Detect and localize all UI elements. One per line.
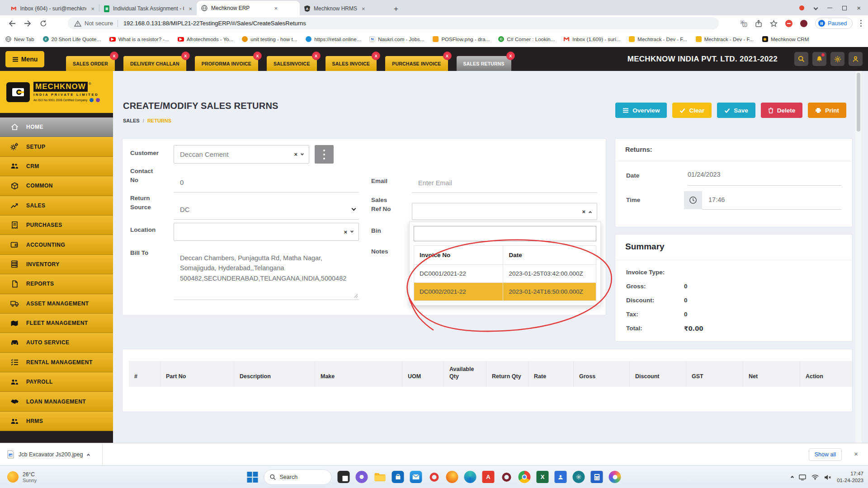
bookmark-item[interactable]: NNaukri.com - Jobs... <box>369 36 424 42</box>
sidebar-item-inventory[interactable]: INVENTORY <box>0 255 113 274</box>
clear-selection-icon[interactable]: × <box>344 229 347 235</box>
bookmark-item[interactable]: New Tab <box>5 36 34 42</box>
reload-icon[interactable] <box>40 20 47 27</box>
close-button[interactable]: × <box>857 4 861 12</box>
back-icon[interactable] <box>8 20 16 27</box>
sidebar-item-sales[interactable]: SALES <box>0 196 113 216</box>
save-button[interactable]: Save <box>717 103 755 118</box>
chrome-icon[interactable] <box>519 471 531 483</box>
erp-tab-sales-order[interactable]: SALES ORDERX <box>66 56 115 71</box>
paused-pill[interactable]: Paused <box>815 18 852 29</box>
email-input[interactable]: Enter Email <box>412 173 597 193</box>
taskbar-clock[interactable]: 17:47 01-24-2023 <box>837 470 863 484</box>
dropdown-search-input[interactable] <box>414 226 596 241</box>
profile-button[interactable] <box>849 52 863 66</box>
menu-button[interactable]: Menu <box>5 51 44 67</box>
tab-close-badge[interactable]: X <box>181 52 190 60</box>
sales-ref-select[interactable]: × <box>412 203 597 220</box>
volume-muted-icon[interactable] <box>824 474 831 480</box>
start-button[interactable] <box>247 472 258 483</box>
bookmark-star-icon[interactable] <box>770 20 778 27</box>
bookmark-item[interactable]: POSFlow.png - dra... <box>433 36 490 42</box>
browser-tab-hrms[interactable]: A Mechknow HRMS × <box>300 2 390 15</box>
tab-close-badge[interactable]: X <box>443 52 452 60</box>
tab-close-icon[interactable]: × <box>189 5 192 12</box>
invoice-option-row-selected[interactable]: DC0002/2021-22 2023-01-24T16:50:00.000Z <box>414 283 596 301</box>
translate-icon[interactable]: A文 <box>740 19 747 27</box>
invoice-date-cell[interactable]: 2023-01-25T03:42:00.000Z <box>503 265 596 283</box>
erp-tab-proforma-invoice[interactable]: PROFORMA INVOICEX <box>195 56 258 71</box>
window-chevron-icon[interactable] <box>814 6 818 10</box>
sidebar-item-auto-service[interactable]: AUTO SERVICE <box>0 333 113 352</box>
browser-tab-erp-active[interactable]: Mechknow ERP × <box>197 1 300 15</box>
sidebar-item-asset-management[interactable]: ASSET MANAGEMENT <box>0 294 113 314</box>
tab-close-badge[interactable]: X <box>372 52 380 60</box>
bookmark-item[interactable]: https://retail.online... <box>306 36 361 42</box>
tab-close-badge[interactable]: X <box>312 52 321 60</box>
sidebar-item-purchases[interactable]: PURCHASES <box>0 216 113 235</box>
network-icon[interactable] <box>799 474 806 480</box>
excel-icon[interactable]: X <box>537 471 549 483</box>
sidebar-item-setup[interactable]: SETUP <box>0 137 113 156</box>
bookmark-item[interactable]: CC# Corner : Lookin... <box>498 36 555 42</box>
adobe-app-icon[interactable]: A <box>482 471 495 483</box>
search-button[interactable] <box>794 52 808 66</box>
share-icon[interactable] <box>755 20 762 27</box>
sidebar-item-hrms[interactable]: HRMS <box>0 412 113 431</box>
clear-selection-icon[interactable]: × <box>294 151 297 158</box>
erp-tab-purchase-invoice[interactable]: PURCHASE INVOICEX <box>385 56 448 71</box>
maximize-button[interactable] <box>842 6 847 10</box>
paint-app-icon[interactable] <box>609 471 621 483</box>
tab-close-badge[interactable]: X <box>253 52 262 60</box>
scrollbar-track[interactable] <box>855 71 862 443</box>
print-button[interactable]: Print <box>808 103 846 118</box>
bookmark-item[interactable]: 220 Short Life Quote... <box>43 36 101 42</box>
show-all-button[interactable]: Show all <box>809 448 842 461</box>
customer-select[interactable]: Deccan Cement × <box>174 145 309 164</box>
invoice-option-row[interactable]: DC0001/2021-22 2023-01-25T03:42:00.000Z <box>414 265 596 283</box>
contact-no-input[interactable]: 0 <box>174 173 359 192</box>
bookmark-item[interactable]: Mechtrack - Dev - F... <box>629 36 687 42</box>
sidebar-item-accounting[interactable]: ACCOUNTING <box>0 235 113 254</box>
chat-app-icon[interactable] <box>356 471 368 483</box>
tab-close-icon[interactable]: × <box>362 5 365 12</box>
bookmark-item[interactable]: ▶What is a resistor? -... <box>109 37 169 42</box>
weather-widget[interactable]: 26°C Sunny <box>0 471 37 483</box>
clear-button[interactable]: Clear <box>672 103 712 118</box>
browser-tab-gmail[interactable]: Inbox (604) - suri@mechknowsof × <box>6 2 99 15</box>
bill-to-textarea[interactable]: Deccan Chambers, Punjagutta Rd, Matha Na… <box>174 249 359 300</box>
invoice-no-cell[interactable]: DC0001/2021-22 <box>414 265 503 283</box>
clear-selection-icon[interactable]: × <box>582 208 585 215</box>
wifi-icon[interactable] <box>811 474 819 480</box>
bookmark-item[interactable]: Mechknow CRM <box>762 36 809 42</box>
breadcrumb-parent[interactable]: SALES <box>123 118 140 123</box>
sidebar-item-rental-management[interactable]: RENTAL MANAGEMENT <box>0 353 113 372</box>
sidebar-item-common[interactable]: COMMON <box>0 176 113 196</box>
delete-button[interactable]: Delete <box>761 103 803 118</box>
tab-close-icon[interactable]: × <box>91 5 94 12</box>
time-value[interactable]: 17:46 <box>708 196 725 203</box>
sidebar-item-reports[interactable]: REPORTS <box>0 274 113 294</box>
notifications-button[interactable] <box>812 52 826 66</box>
forward-icon[interactable] <box>24 20 32 27</box>
sidebar-item-payroll[interactable]: PAYROLL <box>0 372 113 392</box>
tray-expand-icon[interactable] <box>791 475 794 479</box>
firefox-icon[interactable] <box>446 471 458 483</box>
bookmark-item[interactable]: Inbox (1,609) - suri... <box>563 37 620 42</box>
download-chip[interactable]: Jcb Excavator Js200.jpeg <box>0 450 90 459</box>
new-tab-button[interactable]: + <box>390 3 402 15</box>
browser-menu-icon[interactable] <box>860 20 862 27</box>
browser-tab-sheets[interactable]: ≣ Individual Task Assignment - Goo × <box>99 2 197 15</box>
edge-icon[interactable] <box>464 471 476 483</box>
sidebar-item-home[interactable]: HOME <box>0 117 113 137</box>
tab-close-icon[interactable]: × <box>274 5 278 12</box>
opera-icon[interactable] <box>428 471 440 483</box>
erp-tab-delivery-challan[interactable]: DELIVERY CHALLANX <box>123 56 186 71</box>
return-source-select[interactable]: DC <box>174 200 359 220</box>
extension-icon-red[interactable] <box>785 20 793 27</box>
erp-tab-salesinvoice[interactable]: SALESINVOICEX <box>267 56 317 71</box>
dark-browser-icon[interactable] <box>500 471 513 483</box>
erp-tab-sales-returns-active[interactable]: SALES RETURNSX <box>457 56 511 71</box>
store-app-icon[interactable] <box>392 471 404 483</box>
bookmark-item[interactable]: unit testing - how t... <box>242 36 297 42</box>
